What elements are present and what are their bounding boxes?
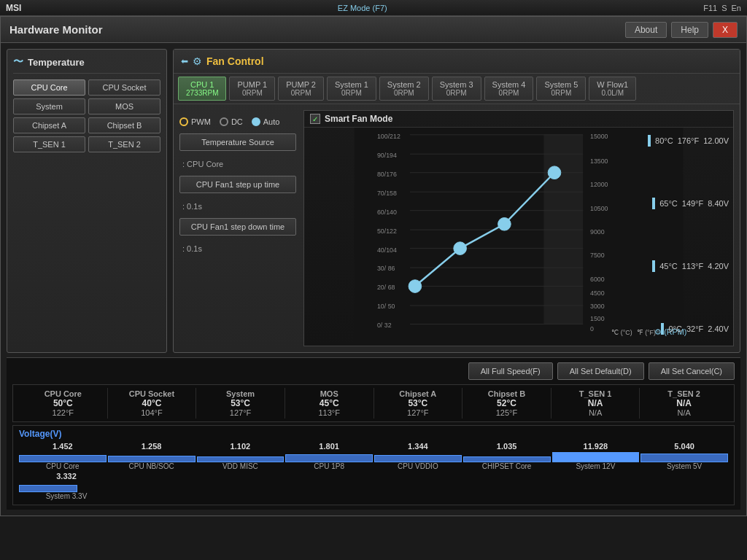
temp-source-button[interactable]: Temperature Source — [179, 133, 296, 151]
svg-text:0/ 32: 0/ 32 — [377, 322, 392, 329]
close-button[interactable]: X — [713, 22, 738, 38]
temp-80c: 80°C — [655, 136, 673, 145]
main-window: Hardware Monitor About Help X 〜 Temperat… — [0, 16, 747, 516]
voltage-bars-row-2: 3.332 System 3.3V — [19, 472, 114, 500]
fan-tab-system1-rpm: 0RPM — [335, 89, 368, 97]
pwm-radio[interactable]: PWM — [179, 117, 211, 126]
reading-tsen2-label: T_SEN 2 — [643, 389, 725, 398]
svg-text:12000: 12000 — [590, 181, 608, 188]
voltage-cpu-nb-soc-bar — [108, 456, 196, 462]
about-button[interactable]: About — [625, 22, 667, 38]
svg-text:15000: 15000 — [590, 133, 608, 140]
temp-45c: 45°C — [659, 262, 678, 271]
step-up-value: : 0.1s — [179, 202, 296, 211]
smart-fan-checkbox[interactable]: ✓ — [310, 114, 320, 124]
svg-rect-23 — [543, 135, 583, 324]
reading-tsen1: T_SEN 1 N/A N/A — [551, 388, 640, 419]
fan-tab-system4[interactable]: System 4 0RPM — [484, 77, 534, 101]
en-btn[interactable]: En — [732, 4, 741, 12]
voltage-cpu-1p8: 1.801 CPU 1P8 — [285, 442, 373, 470]
fan-left-controls: PWM DC Auto — [179, 110, 296, 346]
top-bar-right: F11 S En — [703, 4, 741, 12]
ez-mode-label[interactable]: EZ Mode (F7) — [21, 4, 703, 12]
reading-chipset-b: Chipset B 52°C 125°F — [462, 388, 551, 419]
voltage-cpu-core-bar-container — [19, 451, 107, 462]
step-up-button[interactable]: CPU Fan1 step up time — [179, 176, 296, 193]
svg-text:30/ 86: 30/ 86 — [377, 265, 395, 272]
reading-mos-c: 45°C — [288, 398, 371, 408]
fan-tab-system5[interactable]: System 5 0RPM — [536, 77, 586, 101]
pwm-label: PWM — [191, 117, 211, 126]
chart-title-bar: ✓ Smart Fan Mode — [304, 111, 733, 128]
svg-point-25 — [454, 242, 467, 255]
voltage-system-5v: 5.040 System 5V — [640, 442, 728, 470]
fan-panel-arrow: ⬅ — [181, 56, 188, 66]
sensor-btn-mos[interactable]: MOS — [88, 98, 160, 114]
f11-btn[interactable]: F11 — [703, 4, 717, 12]
svg-text:10/ 50: 10/ 50 — [377, 303, 395, 310]
s-btn[interactable]: S — [721, 4, 727, 12]
voltage-vdd-misc-bar-container — [197, 451, 285, 462]
sensor-btn-system[interactable]: System — [13, 98, 85, 114]
reading-system: System 53°C 127°F — [196, 388, 285, 419]
svg-text:9000: 9000 — [590, 228, 605, 236]
temp-0f: 32°F — [686, 324, 703, 333]
voltage-system-12v-bar — [552, 452, 640, 462]
sensor-btn-chipset-b[interactable]: Chipset B — [88, 117, 160, 133]
fan-tab-system3[interactable]: System 3 0RPM — [432, 77, 481, 101]
voltage-system-12v-name: System 12V — [552, 462, 640, 470]
temp-45f: 113°F — [682, 262, 703, 271]
temp-row-0: 0°C 32°F 2.40V — [631, 323, 733, 335]
reading-tsen2-f: N/A — [643, 408, 725, 417]
voltage-label: Voltage(V) — [19, 429, 728, 439]
fan-tab-pump2[interactable]: PUMP 2 0RPM — [278, 77, 324, 101]
voltage-system-33v-name: System 3.3V — [19, 492, 114, 500]
temperature-panel: 〜 Temperature CPU Core CPU Socket System… — [7, 49, 167, 353]
bottom-buttons: All Full Speed(F) All Set Default(D) All… — [12, 362, 735, 380]
fan-tab-wflow1[interactable]: W Flow1 0.0L/M — [589, 77, 636, 101]
temp-row-80: 80°C 176°F 12.00V — [631, 135, 733, 147]
fan-tab-system2[interactable]: System 2 0RPM — [379, 77, 429, 101]
voltage-cpu-vddio-value: 1.344 — [374, 442, 462, 451]
svg-text:70/158: 70/158 — [377, 190, 397, 197]
fan-panel-title: Fan Control — [206, 55, 264, 67]
voltage-cpu-core: 1.452 CPU Core — [19, 442, 107, 470]
dc-radio[interactable]: DC — [220, 117, 243, 126]
auto-radio[interactable]: Auto — [252, 117, 280, 126]
help-button[interactable]: Help — [671, 22, 708, 38]
fan-tabs: CPU 1 2733RPM PUMP 1 0RPM PUMP 2 0RPM Sy… — [174, 74, 740, 104]
step-down-button[interactable]: CPU Fan1 step down time — [179, 218, 296, 236]
full-speed-button[interactable]: All Full Speed(F) — [468, 362, 553, 380]
temp-row-65: 65°C 149°F 8.40V — [631, 198, 733, 209]
temp-bar-80 — [648, 135, 651, 147]
fan-tab-pump1[interactable]: PUMP 1 0RPM — [229, 77, 275, 101]
temperature-panel-title: Temperature — [28, 57, 85, 68]
sensor-btn-tsen1[interactable]: T_SEN 1 — [13, 136, 85, 152]
fan-tab-system2-label: System 2 — [387, 80, 421, 89]
temp-row-45: 45°C 113°F 4.20V — [631, 260, 733, 272]
sensor-btn-chipset-a[interactable]: Chipset A — [13, 117, 85, 133]
svg-text:10500: 10500 — [590, 205, 608, 212]
top-bar: MSI EZ Mode (F7) F11 S En — [0, 0, 747, 16]
sensor-btn-tsen2[interactable]: T_SEN 2 — [88, 136, 160, 152]
voltage-chipset-core-bar — [463, 456, 551, 462]
fan-tab-system4-rpm: 0RPM — [492, 89, 526, 97]
svg-text:1500: 1500 — [590, 315, 605, 322]
svg-text:50/122: 50/122 — [377, 228, 397, 235]
voltage-cpu-vddio-bar-container — [374, 451, 462, 462]
sensor-btn-cpu-socket[interactable]: CPU Socket — [88, 79, 160, 96]
fan-tab-system1[interactable]: System 1 0RPM — [327, 77, 376, 101]
sensor-grid-2: Chipset A Chipset B T_SEN 1 T_SEN 2 — [13, 117, 160, 152]
svg-point-24 — [409, 280, 422, 293]
voltage-system-5v-bar — [640, 454, 728, 462]
reading-tsen1-f: N/A — [554, 408, 637, 417]
svg-text:60/140: 60/140 — [377, 209, 397, 216]
fan-tab-cpu1[interactable]: CPU 1 2733RPM — [178, 77, 226, 101]
fan-tab-system1-label: System 1 — [335, 80, 368, 89]
temp-65f: 149°F — [682, 199, 703, 208]
set-default-button[interactable]: All Set Default(D) — [557, 362, 644, 380]
set-cancel-button[interactable]: All Set Cancel(C) — [649, 362, 735, 380]
sensor-btn-cpu-core[interactable]: CPU Core — [13, 79, 85, 96]
svg-point-27 — [548, 166, 561, 179]
voltage-system-33v-bar-container — [19, 481, 114, 492]
